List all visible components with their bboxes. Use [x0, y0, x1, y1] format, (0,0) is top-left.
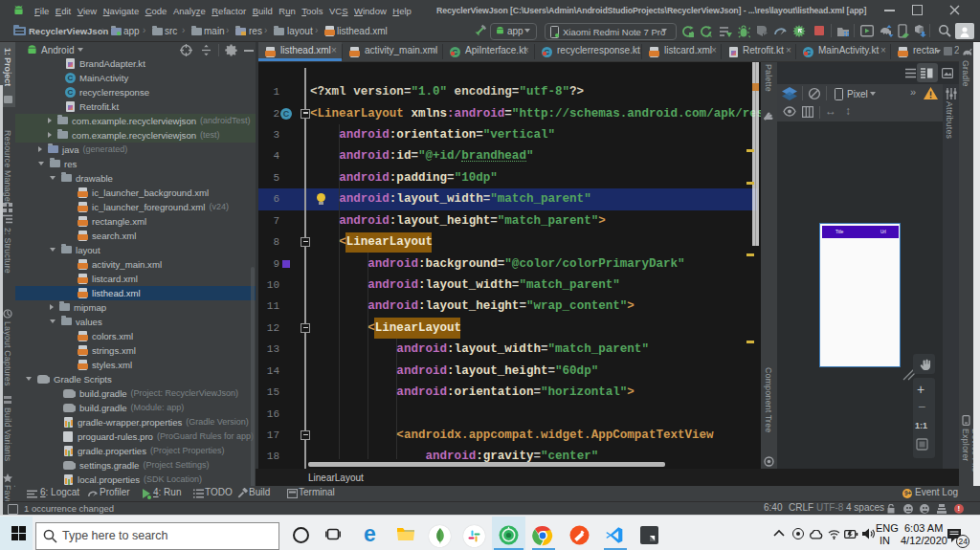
- svg-text:A: A: [707, 32, 712, 38]
